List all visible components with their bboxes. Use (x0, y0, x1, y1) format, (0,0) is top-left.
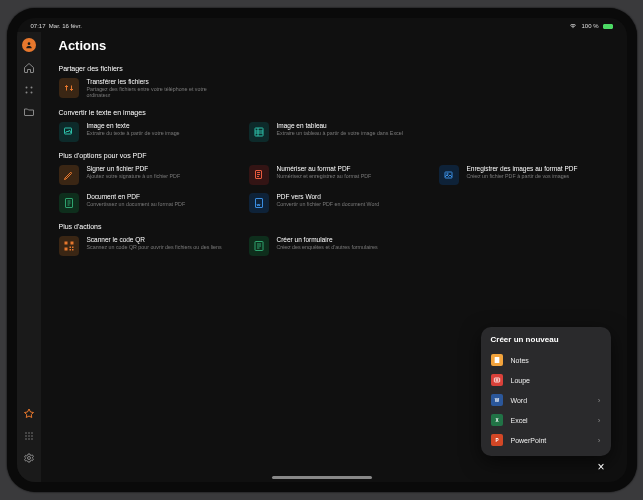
image-text-icon (59, 122, 79, 142)
status-left: 07:17 Mar. 16 févr. (31, 23, 82, 29)
svg-rect-25 (69, 246, 71, 248)
section-grid: Image en texte Extraire du texte à parti… (59, 122, 609, 142)
section-title: Plus d'actions (59, 223, 609, 230)
action-sub: Convertissez un document au format PDF (87, 201, 186, 207)
action-title: Scanner le code QR (87, 236, 222, 243)
popup-row-word[interactable]: W Word › (481, 390, 611, 410)
page-title: Actions (59, 38, 609, 53)
more-icon[interactable] (23, 430, 35, 442)
app-body: Actions Partager des fichiers Transférer… (17, 32, 627, 482)
svg-point-13 (31, 438, 33, 440)
action-title: Image en tableau (277, 122, 403, 129)
svg-rect-23 (70, 241, 73, 244)
section-grid: Transférer les fichiers Partagez des fic… (59, 78, 609, 99)
action-title: Image en texte (87, 122, 180, 129)
action-sub: Créez un fichier PDF à partir de vos ima… (467, 173, 578, 179)
action-title: Document en PDF (87, 193, 186, 200)
sidebar (17, 32, 41, 482)
powerpoint-icon: P (491, 434, 503, 446)
scan-pdf-icon (249, 165, 269, 185)
grid-icon[interactable] (23, 84, 35, 96)
action-sub: Convertir un fichier PDF en document Wor… (277, 201, 380, 207)
svg-text:X: X (495, 418, 499, 423)
action-sub: Numérisez et enregistrez au format PDF (277, 173, 372, 179)
section-grid: Scanner le code QR Scannez un code QR po… (59, 236, 609, 256)
svg-point-32 (496, 379, 498, 381)
wifi-icon (569, 23, 577, 29)
svg-rect-24 (64, 247, 67, 250)
action-title: Créer un formulaire (277, 236, 378, 243)
svg-rect-26 (72, 246, 74, 248)
word-icon: W (491, 394, 503, 406)
image-table-icon (249, 122, 269, 142)
folder-icon[interactable] (23, 106, 35, 118)
popup-row-powerpoint[interactable]: P PowerPoint › (481, 430, 611, 450)
section-title: Convertir le texte en images (59, 109, 609, 116)
action-scan-pdf[interactable]: Numériser au format PDF Numérisez et enr… (249, 165, 419, 185)
svg-rect-30 (494, 357, 499, 363)
action-sign-pdf[interactable]: Signer un fichier PDF Ajoutez votre sign… (59, 165, 229, 185)
main-content: Actions Partager des fichiers Transférer… (41, 32, 627, 482)
action-sub: Extraire du texte à partir de votre imag… (87, 130, 180, 136)
action-scan-qr[interactable]: Scanner le code QR Scannez un code QR po… (59, 236, 229, 256)
svg-point-2 (30, 87, 32, 89)
section-grid: Signer un fichier PDF Ajoutez votre sign… (59, 165, 609, 213)
svg-point-12 (28, 438, 30, 440)
action-title: Signer un fichier PDF (87, 165, 181, 172)
action-sub: Créez des enquêtes et d'autres formulair… (277, 244, 378, 250)
svg-point-3 (25, 92, 27, 94)
home-indicator[interactable] (272, 476, 372, 479)
action-image-to-text[interactable]: Image en texte Extraire du texte à parti… (59, 122, 229, 142)
section-title: Plus d'options pour vos PDF (59, 152, 609, 159)
form-icon (249, 236, 269, 256)
notes-icon (491, 354, 503, 366)
close-button[interactable]: × (597, 460, 604, 474)
action-image-to-table[interactable]: Image en tableau Extraire un tableau à p… (249, 122, 419, 142)
popup-title: Créer un nouveau (481, 335, 611, 350)
svg-point-7 (31, 432, 33, 434)
lens-icon (491, 374, 503, 386)
svg-point-5 (25, 432, 27, 434)
chevron-right-icon: › (598, 416, 601, 425)
pdf-word-icon (249, 193, 269, 213)
chevron-right-icon: › (598, 396, 601, 405)
svg-rect-27 (69, 249, 71, 251)
settings-icon[interactable] (23, 452, 35, 464)
svg-point-1 (25, 87, 27, 89)
qr-icon (59, 236, 79, 256)
status-right: 100 % (569, 23, 612, 29)
svg-text:W: W (494, 398, 499, 403)
action-transfer-files[interactable]: Transférer les fichiers Partagez des fic… (59, 78, 229, 99)
popup-label: Notes (511, 357, 601, 364)
doc-pdf-icon (59, 193, 79, 213)
ipad-frame: 07:17 Mar. 16 févr. 100 % (7, 8, 637, 492)
action-sub: Partagez des fichiers entre votre téléph… (87, 86, 229, 99)
status-date: Mar. 16 févr. (49, 23, 82, 29)
svg-point-10 (31, 435, 33, 437)
action-doc-to-pdf[interactable]: Document en PDF Convertissez un document… (59, 193, 229, 213)
action-title: PDF vers Word (277, 193, 380, 200)
excel-icon: X (491, 414, 503, 426)
images-pdf-icon (439, 165, 459, 185)
status-bar: 07:17 Mar. 16 févr. 100 % (17, 18, 627, 32)
section-title: Partager des fichiers (59, 65, 609, 72)
premium-icon[interactable] (23, 408, 35, 420)
action-title: Transférer les fichiers (87, 78, 229, 85)
home-icon[interactable] (23, 62, 35, 74)
svg-rect-28 (72, 249, 74, 251)
svg-point-4 (30, 92, 32, 94)
popup-row-excel[interactable]: X Excel › (481, 410, 611, 430)
create-new-popup: Créer un nouveau Notes Loupe (481, 327, 611, 456)
popup-row-notes[interactable]: Notes (481, 350, 611, 370)
avatar[interactable] (22, 38, 36, 52)
svg-rect-16 (255, 128, 263, 136)
sign-icon (59, 165, 79, 185)
popup-row-lens[interactable]: Loupe (481, 370, 611, 390)
action-pdf-to-word[interactable]: PDF vers Word Convertir un fichier PDF e… (249, 193, 419, 213)
action-images-to-pdf[interactable]: Enregistrer des images au format PDF Cré… (439, 165, 609, 185)
svg-point-14 (27, 457, 30, 460)
action-create-form[interactable]: Créer un formulaire Créez des enquêtes e… (249, 236, 419, 256)
battery-icon (603, 24, 613, 29)
popup-label: Word (511, 397, 590, 404)
action-sub: Scannez un code QR pour ouvrir des fichi… (87, 244, 222, 250)
